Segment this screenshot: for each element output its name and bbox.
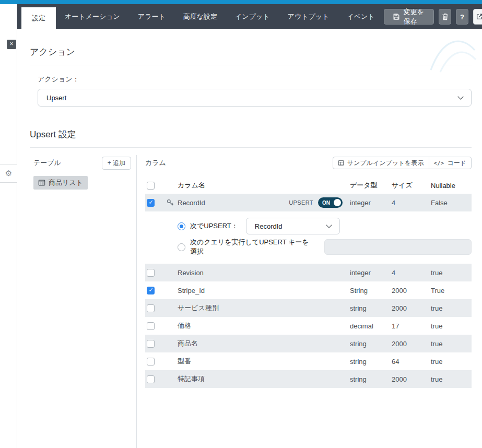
settings-panel-tab[interactable]: ⚙ — [0, 164, 17, 183]
column-nullable: true — [431, 375, 472, 383]
open-external-button[interactable] — [473, 9, 482, 25]
column-row: Stripe_Id String 2000 True — [145, 281, 472, 299]
column-nullable: True — [431, 287, 472, 294]
column-row: Revision integer 4 true — [145, 264, 472, 281]
tabbar-actions: 変更を保存 ? — [384, 9, 482, 25]
upsert-key-radio-row: 次でUPSERT： RecordId — [178, 216, 472, 237]
tab-events[interactable]: イベント — [338, 4, 383, 29]
row-checkbox[interactable] — [147, 340, 155, 348]
column-name-cell: RecordId UPSERT ON — [178, 197, 350, 208]
toggle-state-label: ON — [322, 200, 330, 206]
column-size: 64 — [392, 358, 431, 366]
chevron-down-icon — [326, 222, 332, 228]
divider — [30, 147, 472, 148]
table-item-label: 商品リスト — [49, 178, 83, 187]
header-nullable: Nullable — [431, 182, 472, 190]
column-row: 価格 decimal 17 true — [145, 317, 472, 335]
row-checkbox[interactable] — [147, 199, 155, 207]
gear-icon: ⚙ — [5, 169, 12, 178]
column-name: RecordId — [178, 199, 205, 207]
show-sample-input-button[interactable]: サンプルインプットを表示 — [333, 157, 429, 169]
row-checkbox[interactable] — [147, 322, 155, 330]
app-window: × ⚙ 設定 オートメーション アラート 高度な設定 インプット アウトプット … — [0, 4, 482, 448]
upsert-query-input[interactable] — [324, 239, 472, 255]
upsert-toggle-label: UPSERT — [289, 199, 313, 206]
tab-bar: 設定 オートメーション アラート 高度な設定 インプット アウトプット イベント… — [17, 4, 482, 29]
column-row: 型番 string 64 true — [145, 352, 472, 370]
column-row: 商品名 string 2000 true — [145, 335, 472, 352]
row-checkbox[interactable] — [147, 269, 155, 277]
row-checkbox[interactable] — [147, 358, 155, 366]
column-name: 型番 — [178, 357, 350, 366]
columns-table: カラム名 データ型 サイズ Nullable — [145, 177, 472, 388]
column-size: 2000 — [392, 375, 431, 383]
columns-panel: カラム サンプルインプットを表示 — [137, 155, 472, 448]
tab-automation[interactable]: オートメーション — [56, 4, 129, 29]
main-column: 設定 オートメーション アラート 高度な設定 インプット アウトプット イベント… — [17, 4, 482, 448]
upsert-key-select-value: RecordId — [255, 222, 283, 230]
add-table-button[interactable]: + 追加 — [102, 157, 131, 170]
column-name: Revision — [178, 269, 350, 277]
tab-output[interactable]: アウトプット — [279, 4, 338, 29]
tab-advanced-settings[interactable]: 高度な設定 — [174, 4, 226, 29]
row-checkbox[interactable] — [147, 375, 155, 383]
tab-settings[interactable]: 設定 — [21, 7, 56, 29]
delete-button[interactable] — [439, 9, 451, 25]
column-row: サービス種別 string 2000 true — [145, 299, 472, 317]
column-nullable: true — [431, 269, 472, 277]
upsert-key-select[interactable]: RecordId — [246, 218, 340, 234]
tables-label: テーブル — [33, 158, 61, 168]
column-size: 2000 — [392, 304, 431, 312]
tab-input[interactable]: インプット — [226, 4, 279, 29]
upsert-query-radio[interactable] — [178, 243, 185, 251]
code-button[interactable]: </> コード — [429, 157, 472, 169]
column-name: Stripe_Id — [178, 287, 350, 294]
left-rail: × ⚙ — [0, 4, 17, 448]
column-size: 2000 — [392, 340, 431, 348]
close-icon: × — [9, 40, 13, 48]
help-button[interactable]: ? — [456, 9, 468, 25]
table-list-item[interactable]: 商品リスト — [33, 176, 88, 190]
toggle-knob — [334, 199, 341, 206]
action-select[interactable]: Upsert — [38, 89, 472, 107]
top-accent-bar — [0, 0, 482, 4]
tables-panel: テーブル + 追加 商品リスト — [30, 155, 137, 448]
select-all-checkbox[interactable] — [147, 182, 155, 190]
sample-input-icon — [338, 160, 344, 166]
settings-content: アクション アクション： Upsert Upsert 設定 テーブル + 追加 — [17, 29, 482, 448]
column-size: 17 — [392, 322, 431, 330]
close-panel-button[interactable]: × — [7, 40, 16, 49]
tables-panel-header: テーブル + 追加 — [33, 155, 131, 171]
key-icon — [163, 199, 178, 206]
tab-alerts[interactable]: アラート — [129, 4, 174, 29]
upsert-settings-heading: Upsert 設定 — [30, 128, 472, 140]
column-name: 特記事項 — [178, 374, 350, 384]
action-select-value: Upsert — [46, 94, 66, 102]
column-rows: Revision integer 4 true Stripe_Id String — [145, 264, 472, 388]
action-form-group: アクション： Upsert — [38, 75, 472, 107]
column-name: 価格 — [178, 321, 350, 331]
column-type: integer — [350, 199, 392, 207]
chevron-down-icon — [457, 93, 463, 99]
table-grid-icon — [38, 179, 45, 186]
column-nullable: true — [431, 304, 472, 312]
trash-icon — [442, 13, 449, 20]
code-icon: </> — [434, 160, 444, 167]
column-size: 4 — [392, 269, 431, 277]
row-checkbox[interactable] — [147, 287, 155, 294]
row-checkbox[interactable] — [147, 304, 155, 312]
column-name: サービス種別 — [178, 303, 350, 313]
header-column-name: カラム名 — [178, 181, 350, 190]
action-select-label: アクション： — [38, 75, 472, 84]
columns-panel-header: カラム サンプルインプットを表示 — [145, 155, 472, 171]
column-nullable: true — [431, 340, 472, 348]
code-label: コード — [447, 159, 466, 168]
save-changes-button[interactable]: 変更を保存 — [384, 9, 434, 25]
upsert-key-radio[interactable] — [178, 222, 185, 230]
header-data-type: データ型 — [350, 181, 392, 190]
divider — [30, 65, 472, 65]
upsert-toggle[interactable]: ON — [318, 197, 343, 208]
column-nullable: true — [431, 358, 472, 366]
column-nullable: true — [431, 322, 472, 330]
external-link-icon — [476, 13, 482, 20]
